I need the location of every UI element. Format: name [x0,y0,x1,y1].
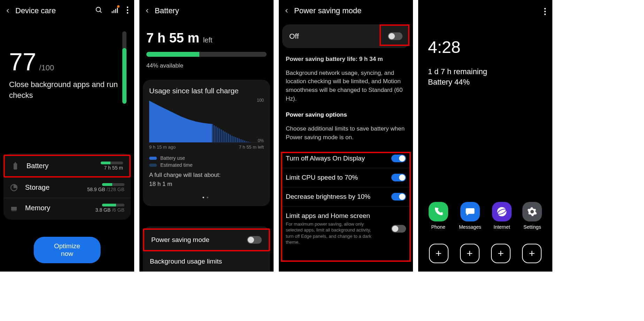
background-usage-limits-row[interactable]: Background usage limits [143,251,270,272]
psm-option-toggle[interactable] [391,225,406,233]
battery-sub: 7 h 55 m [104,165,123,171]
panel-battery: Battery 7 h 55 m left 44% available Usag… [139,0,274,272]
signal-icon [111,7,118,15]
more-icon[interactable] [544,8,546,17]
legend-swatch-1 [149,157,157,160]
svg-point-46 [471,210,473,212]
psm-option-desc: For maximum power saving, allow only sel… [286,221,376,245]
svg-point-6 [127,7,128,8]
back-icon[interactable] [284,7,289,15]
psm-option-3[interactable]: Limit apps and Home screenFor maximum po… [282,206,409,251]
svg-point-7 [127,9,128,11]
internet-icon [492,202,512,221]
psm-option-title: Limit CPU speed to 70% [286,174,391,181]
psm-option-1[interactable]: Limit CPU speed to 70% [282,168,409,187]
svg-rect-40 [250,142,251,142]
psm-option-0[interactable]: Turn off Always On Display [282,149,409,168]
memory-sub: 3.8 GB [95,207,112,213]
svg-marker-18 [149,101,212,142]
power-saving-mode-row[interactable]: Power saving mode [143,228,270,251]
svg-rect-3 [114,10,115,13]
svg-rect-5 [117,8,118,13]
psm-option-title: Turn off Always On Display [286,155,391,162]
app-internet[interactable]: Internet [492,202,512,230]
psm-master-toggle[interactable] [388,32,402,40]
svg-rect-30 [231,136,232,142]
svg-rect-31 [233,136,235,142]
svg-rect-32 [235,137,236,142]
x-right: 7 h 55 m left [239,144,264,150]
svg-rect-21 [215,126,216,142]
svg-rect-39 [248,142,249,142]
svg-rect-15 [15,210,15,211]
svg-rect-26 [224,132,225,142]
storage-item[interactable]: Storage 58.9 GB /128 GB [3,178,131,198]
svg-rect-14 [13,210,14,211]
more-icon[interactable] [127,6,129,15]
legend-1: Battery use [160,155,185,161]
app-messages[interactable]: Messages [459,202,481,230]
svg-rect-36 [242,140,243,142]
y-top: 100 [257,98,264,103]
app-label: Settings [523,224,541,230]
svg-rect-20 [214,125,215,142]
battery-bar [146,52,267,57]
bg-limits-label: Background usage limits [150,258,263,265]
psm-option-toggle[interactable] [391,193,406,201]
battery-icon [11,162,20,170]
svg-point-0 [96,7,101,12]
device-care-list: Battery 7 h 55 m Storage 58.9 GB /128 GB… [3,153,131,220]
memory-item[interactable]: Memory 3.8 GB /6 GB [3,198,131,218]
svg-rect-9 [14,163,17,170]
score-gauge [122,31,127,104]
x-left: 9 h 15 m ago [149,144,176,150]
power-saving-toggle[interactable] [247,236,262,244]
battery-percent: 44% available [139,60,274,76]
panel-aod-home: 4:28 1 d 7 h remaining Battery 44% Phone… [418,0,552,272]
psm-option-toggle[interactable] [391,155,406,162]
page-title: Power saving mode [294,6,407,15]
psm-option-title: Limit apps and Home screen [286,212,391,220]
psm-option-toggle[interactable] [391,174,406,181]
app-phone[interactable]: Phone [429,202,448,230]
svg-rect-24 [221,130,222,142]
back-icon[interactable] [6,7,10,15]
psm-option-2[interactable]: Decrease brightness by 10% [282,187,409,206]
svg-rect-12 [11,207,17,210]
psm-option-title: Decrease brightness by 10% [286,193,391,201]
psm-master-row[interactable]: Off [282,24,409,48]
battery-pct: Battery 44% [418,76,552,88]
psm-battery-life: Power saving battery life: 9 h 34 m [279,48,413,63]
add-app-slot-2[interactable]: + [460,244,480,263]
svg-rect-29 [230,135,231,142]
svg-rect-10 [15,162,16,163]
messages-icon [460,202,480,221]
svg-rect-22 [217,127,218,142]
svg-rect-28 [228,134,229,142]
optimize-button[interactable]: Optimize now [33,237,101,263]
battery-item[interactable]: Battery 7 h 55 m [3,155,131,178]
svg-point-43 [544,14,546,15]
device-care-score: 77 [9,48,36,76]
page-title: Battery [155,6,268,15]
legend-2: Estimated time [160,162,193,168]
add-app-slot-3[interactable]: + [491,244,511,263]
card-title: Usage since last full charge [149,87,264,95]
back-icon[interactable] [145,7,150,15]
panel-power-saving-mode: Power saving mode Off Power saving batte… [279,0,413,272]
add-app-slot-4[interactable]: + [522,244,542,263]
psm-state-label: Off [289,32,299,40]
y-bot: 0% [258,138,264,143]
power-saving-label: Power saving mode [151,236,247,244]
psm-description: Background network usage, syncing, and l… [279,63,413,103]
app-settings[interactable]: Settings [522,202,542,230]
settings-icon [522,202,542,221]
app-label: Internet [493,224,510,230]
storage-label: Storage [25,183,87,191]
svg-rect-34 [239,139,240,142]
add-app-slot-1[interactable]: + [429,244,449,263]
svg-rect-38 [246,141,247,142]
svg-rect-35 [240,139,242,142]
search-icon[interactable] [95,6,103,15]
phone-icon [429,202,448,221]
